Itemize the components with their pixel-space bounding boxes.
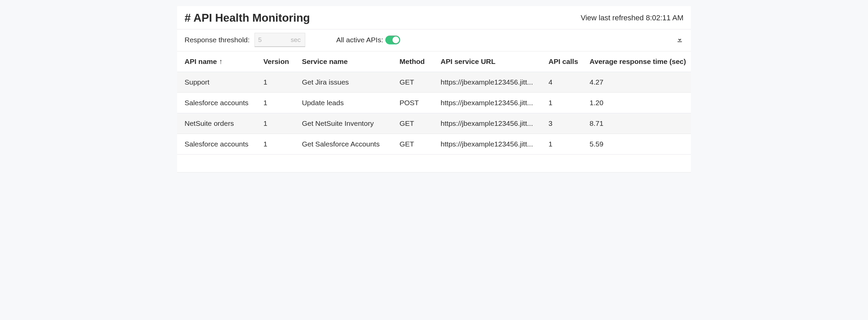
cell-service-name: Get Jira issues: [298, 72, 395, 93]
api-health-card: # API Health Monitoring View last refres…: [177, 6, 691, 173]
table-row[interactable]: Support 1 Get Jira issues GET https://jb…: [177, 72, 691, 93]
cell-api-name: NetSuite orders: [177, 113, 259, 134]
api-table: API name↑ Version Service name Method AP…: [177, 51, 691, 154]
table-body: Support 1 Get Jira issues GET https://jb…: [177, 72, 691, 155]
active-apis-toggle[interactable]: [385, 36, 400, 44]
cell-api-calls: 4: [545, 72, 586, 93]
table-row[interactable]: Salesforce accounts 1 Get Salesforce Acc…: [177, 134, 691, 155]
active-apis-label: All active APIs:: [336, 36, 383, 44]
refreshed-label: View last refreshed 8:02:11 AM: [581, 14, 683, 22]
cell-avg-response: 5.59: [585, 134, 691, 155]
col-header-api-name[interactable]: API name↑: [177, 51, 259, 72]
cell-method: GET: [395, 72, 437, 93]
cell-service-name: Update leads: [298, 93, 395, 113]
refreshed-prefix: View last refreshed: [581, 14, 646, 22]
col-header-avg-response[interactable]: Average response time (sec): [585, 51, 691, 72]
col-header-version[interactable]: Version: [259, 51, 298, 72]
cell-avg-response: 4.27: [585, 72, 691, 93]
threshold-label: Response threshold:: [185, 36, 250, 44]
cell-service-name: Get Salesforce Accounts: [298, 134, 395, 155]
table-footer: [177, 154, 691, 173]
threshold-input-wrap: sec: [255, 33, 305, 47]
cell-version: 1: [259, 134, 298, 155]
cell-api-calls: 1: [545, 134, 586, 155]
active-apis-block: All active APIs:: [336, 36, 400, 44]
col-header-api-name-label: API name: [185, 58, 217, 65]
cell-avg-response: 1.20: [585, 93, 691, 113]
cell-api-name: Salesforce accounts: [177, 93, 259, 113]
cell-version: 1: [259, 72, 298, 93]
table-header-row: API name↑ Version Service name Method AP…: [177, 51, 691, 72]
controls-row: Response threshold: sec All active APIs:: [177, 29, 691, 51]
cell-service-name: Get NetSuite Inventory: [298, 113, 395, 134]
cell-method: GET: [395, 113, 437, 134]
col-header-api-calls[interactable]: API calls: [545, 51, 586, 72]
col-header-service-name[interactable]: Service name: [298, 51, 395, 72]
table-row[interactable]: Salesforce accounts 1 Update leads POST …: [177, 93, 691, 113]
cell-version: 1: [259, 113, 298, 134]
col-header-url[interactable]: API service URL: [437, 51, 545, 72]
cell-avg-response: 8.71: [585, 113, 691, 134]
threshold-input[interactable]: [255, 33, 305, 46]
download-icon: [676, 36, 683, 44]
download-button[interactable]: [676, 36, 683, 44]
refreshed-time: 8:02:11 AM: [646, 14, 683, 22]
cell-api-name: Support: [177, 72, 259, 93]
page-title: # API Health Monitoring: [185, 12, 310, 24]
cell-url: https://jbexample123456.jitt...: [437, 134, 545, 155]
col-header-method[interactable]: Method: [395, 51, 437, 72]
sort-ascending-icon: ↑: [219, 58, 223, 65]
cell-api-calls: 3: [545, 113, 586, 134]
cell-url: https://jbexample123456.jitt...: [437, 72, 545, 93]
cell-version: 1: [259, 93, 298, 113]
cell-method: POST: [395, 93, 437, 113]
cell-method: GET: [395, 134, 437, 155]
header-row: # API Health Monitoring View last refres…: [177, 6, 691, 29]
cell-url: https://jbexample123456.jitt...: [437, 113, 545, 134]
cell-api-name: Salesforce accounts: [177, 134, 259, 155]
cell-url: https://jbexample123456.jitt...: [437, 93, 545, 113]
table-row[interactable]: NetSuite orders 1 Get NetSuite Inventory…: [177, 113, 691, 134]
cell-api-calls: 1: [545, 93, 586, 113]
